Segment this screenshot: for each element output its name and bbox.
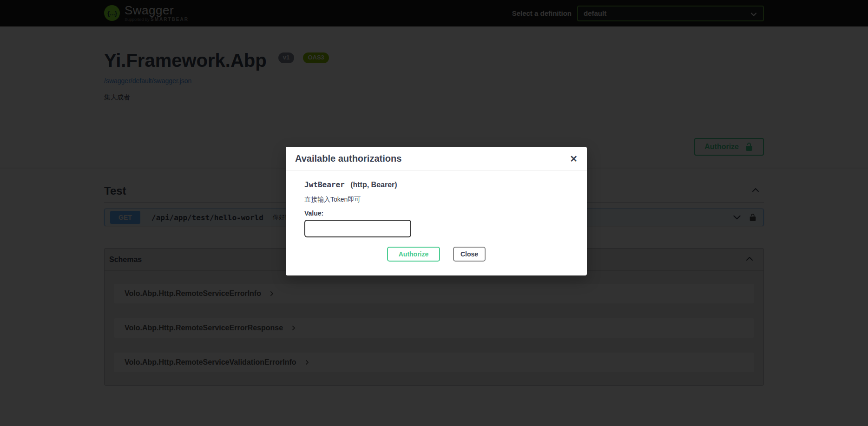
modal-header: Available authorizations ✕ [286,147,587,171]
auth-scheme-type: (http, Bearer) [350,181,397,189]
auth-scheme-heading: JwtBearer (http, Bearer) [304,180,568,189]
auth-scheme-description: 直接输入Token即可 [304,196,568,204]
swagger-ui-page: {…} Swagger Supported by SMARTBEAR Selec… [0,0,868,426]
modal-actions: Authorize Close [304,247,568,262]
modal-title: Available authorizations [295,153,401,164]
modal-body: JwtBearer (http, Bearer) 直接输入Token即可 Val… [286,171,587,275]
close-icon[interactable]: ✕ [570,154,578,164]
auth-scheme-name: JwtBearer [304,180,345,189]
authorizations-modal: Available authorizations ✕ JwtBearer (ht… [286,147,587,275]
value-label: Value: [304,210,568,217]
modal-close-button[interactable]: Close [453,247,486,262]
modal-authorize-button[interactable]: Authorize [387,247,440,262]
token-value-input[interactable] [304,220,411,237]
